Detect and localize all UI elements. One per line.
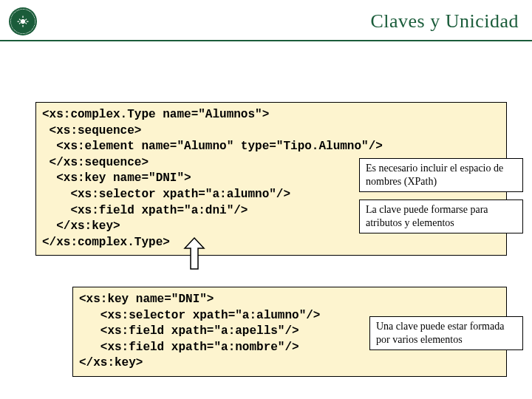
annotation-key-attributes: La clave puede formarse para atributos y…	[359, 200, 523, 233]
institution-logo-icon	[9, 7, 37, 35]
annotation-multi-element: Una clave puede estar formada por varios…	[369, 316, 523, 350]
arrow-up-icon	[180, 236, 208, 276]
svg-point-0	[21, 20, 25, 24]
slide-header: Claves y Unicidad	[0, 0, 532, 41]
slide-title: Claves y Unicidad	[37, 10, 519, 33]
annotation-namespace: Es necesario incluir el espacio de nombr…	[359, 158, 523, 192]
